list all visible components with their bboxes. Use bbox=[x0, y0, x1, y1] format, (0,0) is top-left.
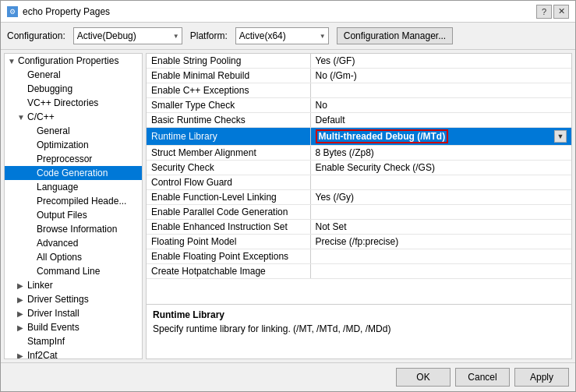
prop-name: Security Check bbox=[147, 161, 310, 175]
expand-icon-cpp-general bbox=[27, 127, 34, 136]
expand-icon-inf2cat: ▶ bbox=[17, 351, 25, 360]
expand-icon-advanced bbox=[27, 239, 34, 248]
tree-label: Preprocessor bbox=[37, 154, 92, 164]
tree-item-language[interactable]: Language bbox=[5, 180, 142, 194]
expand-icon-stampinf bbox=[17, 337, 25, 346]
prop-name: Enable Parallel Code Generation bbox=[147, 205, 310, 220]
prop-value bbox=[310, 205, 571, 220]
tree-item-driver-install[interactable]: ▶ Driver Install bbox=[5, 306, 142, 320]
tree-item-advanced[interactable]: Advanced bbox=[5, 236, 142, 250]
tree-label: VC++ Directories bbox=[27, 97, 98, 108]
tree-item-output-files[interactable]: Output Files bbox=[5, 208, 142, 222]
tree-label: Build Events bbox=[27, 322, 80, 333]
expand-icon-browse-info bbox=[27, 225, 34, 234]
prop-value: No (/Gm-) bbox=[310, 69, 571, 83]
tree-item-debugging[interactable]: Debugging bbox=[5, 82, 142, 96]
table-row[interactable]: Enable Function-Level Linking Yes (/Gy) bbox=[147, 190, 571, 205]
title-bar-buttons: ? ✕ bbox=[536, 5, 569, 19]
tree-item-cpp-general[interactable]: General bbox=[5, 124, 142, 138]
prop-value-runtime: Multi-threaded Debug (/MTd) ▼ bbox=[310, 128, 571, 146]
tree-item-inf2cat[interactable]: ▶ Inf2Cat bbox=[5, 348, 142, 359]
expand-icon-code-gen bbox=[27, 169, 34, 178]
cancel-button[interactable]: Cancel bbox=[455, 368, 510, 387]
tree-item-build-events[interactable]: ▶ Build Events bbox=[5, 320, 142, 334]
platform-select[interactable]: Active(x64) bbox=[235, 27, 329, 44]
prop-value bbox=[310, 83, 571, 98]
table-row-runtime-library[interactable]: Runtime Library Multi-threaded Debug (/M… bbox=[147, 128, 571, 146]
tree-label: Linker bbox=[27, 280, 53, 291]
table-row[interactable]: Smaller Type Check No bbox=[147, 98, 571, 113]
close-button[interactable]: ✕ bbox=[553, 5, 569, 19]
prop-name: Control Flow Guard bbox=[147, 175, 310, 190]
tree-item-vc-dirs[interactable]: VC++ Directories bbox=[5, 96, 142, 110]
tree-label: Output Files bbox=[37, 210, 87, 221]
table-row[interactable]: Enable String Pooling Yes (/GF) bbox=[147, 54, 571, 69]
tree-label: Driver Install bbox=[27, 308, 80, 319]
apply-button[interactable]: Apply bbox=[514, 368, 569, 387]
ok-button[interactable]: OK bbox=[396, 368, 451, 387]
expand-icon-command-line bbox=[27, 267, 34, 276]
prop-value: Not Set bbox=[310, 220, 571, 235]
tree-item-preprocessor[interactable]: Preprocessor bbox=[5, 152, 142, 166]
expand-icon-config-props: ▼ bbox=[8, 57, 16, 65]
table-row[interactable]: Enable C++ Exceptions bbox=[147, 83, 571, 98]
expand-icon-debugging bbox=[17, 85, 25, 94]
tree-item-general[interactable]: General bbox=[5, 68, 142, 82]
tree-item-driver-settings[interactable]: ▶ Driver Settings bbox=[5, 292, 142, 306]
expand-icon-linker: ▶ bbox=[17, 281, 25, 290]
tree-item-config-props[interactable]: ▼ Configuration Properties bbox=[5, 54, 142, 68]
expand-icon-output-files bbox=[27, 211, 34, 220]
tree-panel: ▼ Configuration Properties General Debug… bbox=[4, 53, 143, 359]
config-select-wrapper[interactable]: Active(Debug) bbox=[73, 27, 182, 44]
table-row[interactable]: Floating Point Model Precise (/fp:precis… bbox=[147, 235, 571, 249]
expand-icon-preprocessor bbox=[27, 155, 34, 164]
table-row[interactable]: Enable Minimal Rebuild No (/Gm-) bbox=[147, 69, 571, 83]
table-row[interactable]: Enable Floating Point Exceptions bbox=[147, 249, 571, 264]
button-bar: OK Cancel Apply bbox=[1, 362, 575, 391]
tree-item-precompiled[interactable]: Precompiled Heade... bbox=[5, 194, 142, 208]
tree-label: Browse Information bbox=[37, 224, 117, 235]
tree-item-cpp[interactable]: ▼ C/C++ bbox=[5, 110, 142, 124]
expand-icon-all-options bbox=[27, 253, 34, 262]
prop-name: Floating Point Model bbox=[147, 235, 310, 249]
main-content: ▼ Configuration Properties General Debug… bbox=[1, 50, 575, 362]
prop-value bbox=[310, 175, 571, 190]
config-label: Configuration: bbox=[7, 30, 65, 41]
tree-item-optimization[interactable]: Optimization bbox=[5, 138, 142, 152]
tree-item-code-generation[interactable]: Code Generation bbox=[5, 166, 142, 180]
expand-icon-build-events: ▶ bbox=[17, 323, 25, 332]
prop-name: Create Hotpatchable Image bbox=[147, 264, 310, 279]
table-row[interactable]: Basic Runtime Checks Default bbox=[147, 113, 571, 128]
platform-select-wrapper[interactable]: Active(x64) bbox=[235, 27, 329, 44]
properties-table: Enable String Pooling Yes (/GF) Enable M… bbox=[147, 54, 571, 279]
tree-item-command-line[interactable]: Command Line bbox=[5, 264, 142, 278]
dropdown-arrow[interactable]: ▼ bbox=[554, 130, 567, 143]
table-row[interactable]: Create Hotpatchable Image bbox=[147, 264, 571, 279]
config-select[interactable]: Active(Debug) bbox=[73, 27, 182, 44]
tree-item-linker[interactable]: ▶ Linker bbox=[5, 278, 142, 292]
tree-label: StampInf bbox=[27, 336, 65, 347]
tree-label: Code Generation bbox=[37, 168, 108, 178]
tree-item-browse-info[interactable]: Browse Information bbox=[5, 222, 142, 236]
table-row[interactable]: Security Check Enable Security Check (/G… bbox=[147, 161, 571, 175]
prop-value: 8 Bytes (/Zp8) bbox=[310, 146, 571, 161]
tree-item-all-options[interactable]: All Options bbox=[5, 250, 142, 264]
table-row[interactable]: Struct Member Alignment 8 Bytes (/Zp8) bbox=[147, 146, 571, 161]
tree-label: General bbox=[27, 69, 61, 80]
runtime-library-value: Multi-threaded Debug (/MTd) bbox=[316, 129, 449, 143]
tree-item-stampinf[interactable]: StampInf bbox=[5, 334, 142, 348]
info-panel: Runtime Library Specify runtime library … bbox=[147, 304, 571, 358]
table-row[interactable]: Enable Parallel Code Generation bbox=[147, 205, 571, 220]
platform-label: Platform: bbox=[190, 30, 228, 41]
title-bar-left: ⚙ echo Property Pages bbox=[7, 6, 110, 17]
dialog: ⚙ echo Property Pages ? ✕ Configuration:… bbox=[0, 0, 576, 392]
tree-label: Optimization bbox=[37, 139, 89, 150]
help-button[interactable]: ? bbox=[536, 5, 552, 19]
expand-icon-precompiled bbox=[27, 197, 34, 206]
tree-label: Precompiled Heade... bbox=[37, 196, 126, 207]
table-row[interactable]: Enable Enhanced Instruction Set Not Set bbox=[147, 220, 571, 235]
tree-label: Inf2Cat bbox=[27, 350, 58, 359]
table-row[interactable]: Control Flow Guard bbox=[147, 175, 571, 190]
config-manager-button[interactable]: Configuration Manager... bbox=[337, 27, 453, 44]
prop-value: No bbox=[310, 98, 571, 113]
